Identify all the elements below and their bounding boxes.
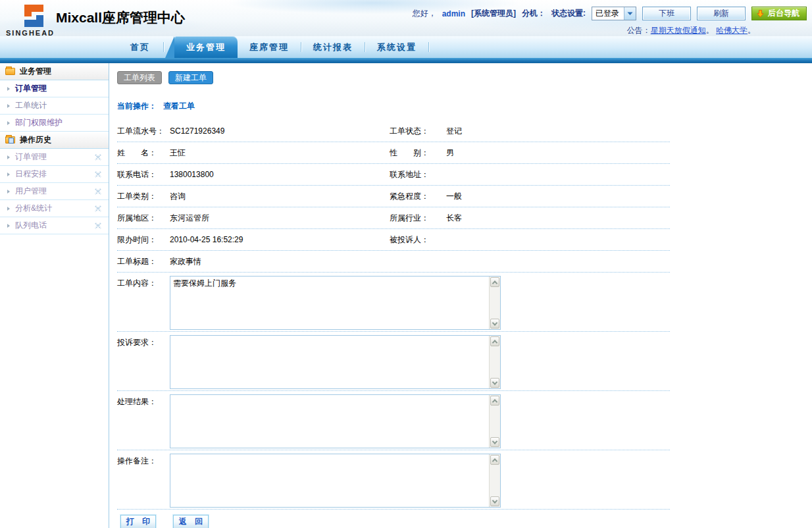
notice-link-holiday[interactable]: 星期天放假通知 xyxy=(651,26,706,35)
close-icon[interactable] xyxy=(95,154,101,161)
sidebar-history-schedule[interactable]: 日程安排 xyxy=(0,166,109,183)
nav-divider-strip xyxy=(0,58,812,63)
main-content: 工单列表 新建工单 当前操作： 查看工单 工单流水号： SC1271926349… xyxy=(109,63,812,528)
field-label: 性 别： xyxy=(390,147,446,159)
username-link[interactable]: admin xyxy=(442,9,465,18)
field-label: 工单标题： xyxy=(117,256,170,267)
form-row-complaint-request: 投诉要求： xyxy=(117,332,670,391)
complaint-request-text xyxy=(170,336,489,388)
scroll-down-icon[interactable] xyxy=(490,319,499,329)
sidebar-history-order-mgmt[interactable]: 订单管理 xyxy=(0,149,109,166)
field-label: 工单流水号： xyxy=(117,126,170,137)
sidebar-item-label: 用户管理 xyxy=(15,186,47,197)
operation-remark-textarea[interactable] xyxy=(170,454,501,508)
backend-nav-button[interactable]: 后台导航 xyxy=(751,7,807,20)
scrollbar[interactable] xyxy=(489,277,500,329)
scroll-up-icon[interactable] xyxy=(490,396,499,406)
page-title: Mixcall座席管理中心 xyxy=(56,9,185,27)
main-nav: 首页 业务管理 座席管理 统计报表 系统设置 xyxy=(0,36,812,58)
ticket-content-text: 需要保姆上门服务 xyxy=(170,277,489,329)
scroll-down-icon[interactable] xyxy=(490,378,499,388)
close-icon[interactable] xyxy=(95,188,101,195)
sidebar-section-business[interactable]: 业务管理 xyxy=(0,63,109,80)
field-label: 被投诉人： xyxy=(390,234,446,246)
close-icon[interactable] xyxy=(95,205,101,212)
extension-label: 分机： xyxy=(522,8,546,19)
ticket-content-textarea[interactable]: 需要保姆上门服务 xyxy=(170,276,501,330)
status-select-value: 已登录 xyxy=(592,8,624,19)
tab-home[interactable]: 首页 xyxy=(117,41,163,53)
toolbar: 工单列表 新建工单 xyxy=(117,71,812,84)
sidebar-item-label: 分析&统计 xyxy=(15,203,52,214)
scrollbar[interactable] xyxy=(489,454,500,507)
status-select[interactable]: 已登录 xyxy=(592,7,636,20)
greeting-text: 您好， xyxy=(413,8,436,19)
current-operation-value: 查看工单 xyxy=(163,101,195,112)
off-duty-button[interactable]: 下班 xyxy=(642,7,691,20)
tab-agent[interactable]: 座席管理 xyxy=(238,41,301,53)
form-row-category-urgency: 工单类别： 咨询 紧急程度： 一般 xyxy=(117,186,670,207)
sidebar-item-dept-permission[interactable]: 部门权限维护 xyxy=(0,115,109,132)
scrollbar[interactable] xyxy=(489,395,500,448)
ticket-title-value: 家政事情 xyxy=(170,256,390,267)
singhead-logo-icon xyxy=(18,3,49,29)
field-label: 所属行业： xyxy=(390,213,446,224)
sidebar-item-label: 订单管理 xyxy=(15,83,47,94)
status-label: 状态设置: xyxy=(551,8,586,19)
logo-text: SINGHEAD xyxy=(6,29,55,37)
sidebar-item-label: 日程安排 xyxy=(15,169,47,180)
tab-business-active[interactable]: 业务管理 xyxy=(174,36,238,58)
bottom-buttons: 打 印 返 回 xyxy=(117,515,670,528)
scroll-down-icon[interactable] xyxy=(490,496,499,506)
form-row-phone-address: 联系电话： 1380013800 联系地址： xyxy=(117,164,670,186)
ticket-serial-value: SC1271926349 xyxy=(170,126,390,136)
chevron-down-icon[interactable] xyxy=(624,7,636,20)
backend-nav-label: 后台导航 xyxy=(768,8,799,19)
arrow-right-icon xyxy=(7,87,10,91)
sidebar-history-queue-calls[interactable]: 队列电话 xyxy=(0,217,109,234)
scroll-up-icon[interactable] xyxy=(490,277,499,287)
field-label: 联系地址： xyxy=(390,169,446,180)
scroll-up-icon[interactable] xyxy=(490,455,499,465)
new-ticket-button[interactable]: 新建工单 xyxy=(168,71,213,84)
refresh-button[interactable]: 刷新 xyxy=(697,7,746,20)
tab-separator xyxy=(163,42,164,52)
field-label: 处理结果： xyxy=(117,394,170,450)
notice-link-harvard[interactable]: 哈佛大学 xyxy=(716,26,748,35)
back-button[interactable]: 返 回 xyxy=(173,515,209,528)
tab-separator xyxy=(428,42,429,52)
close-icon[interactable] xyxy=(95,171,101,178)
scroll-up-icon[interactable] xyxy=(490,336,499,346)
industry-value: 长客 xyxy=(446,213,670,224)
customer-name-value: 王怔 xyxy=(170,147,390,159)
arrow-right-icon xyxy=(7,121,10,125)
complaint-request-textarea[interactable] xyxy=(170,335,501,389)
process-result-textarea[interactable] xyxy=(170,394,501,448)
scroll-down-icon[interactable] xyxy=(490,437,499,447)
sidebar-item-ticket-stats[interactable]: 工单统计 xyxy=(0,97,109,115)
close-icon[interactable] xyxy=(95,223,101,229)
field-label: 紧急程度： xyxy=(390,191,446,202)
sidebar-history-analysis[interactable]: 分析&统计 xyxy=(0,200,109,217)
sidebar-section-history[interactable]: 操作历史 xyxy=(0,132,109,149)
sidebar-item-order-mgmt[interactable]: 订单管理 xyxy=(0,80,109,97)
form-row-result: 处理结果： xyxy=(117,391,670,450)
tab-system[interactable]: 系统设置 xyxy=(365,41,428,53)
content-layout: 业务管理 订单管理 工单统计 部门权限维护 操作历史 订单管理 xyxy=(0,63,812,528)
tab-report[interactable]: 统计报表 xyxy=(301,41,365,53)
sidebar-item-label: 部门权限维护 xyxy=(15,117,63,128)
sidebar-history-user-mgmt[interactable]: 用户管理 xyxy=(0,183,109,200)
history-folder-icon xyxy=(5,136,15,144)
folder-icon xyxy=(5,68,15,75)
scrollbar[interactable] xyxy=(489,336,500,388)
phone-value: 1380013800 xyxy=(170,170,390,179)
deadline-value: 2010-04-25 16:52:29 xyxy=(170,235,390,244)
field-label: 工单类别： xyxy=(117,191,170,202)
ticket-list-button[interactable]: 工单列表 xyxy=(117,71,162,84)
notice-dot: 。 xyxy=(748,26,755,35)
process-result-text xyxy=(170,395,489,448)
ticket-status-value: 登记 xyxy=(446,126,670,137)
region-value: 东河运管所 xyxy=(170,213,390,224)
sidebar-section-label: 操作历史 xyxy=(20,134,51,145)
print-button[interactable]: 打 印 xyxy=(120,515,156,528)
